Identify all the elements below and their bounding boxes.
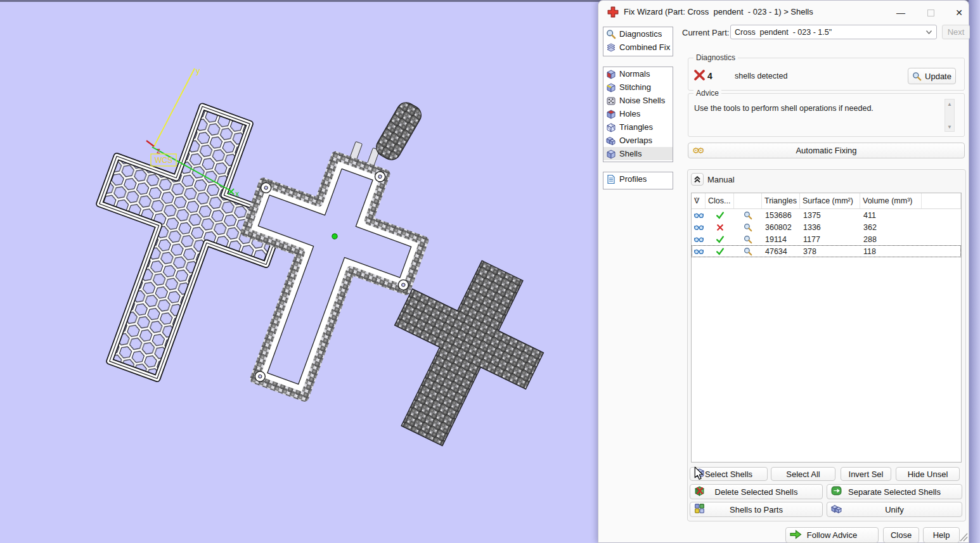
fix-wizard-dialog: Fix Wizard (Part: Cross pendent - 023 - …: [598, 0, 969, 543]
table-row[interactable]: 360802 1336 362: [692, 221, 961, 233]
visible-icon: [694, 212, 704, 219]
axis-x-label: x: [235, 189, 239, 198]
cell-triangles: 19114: [762, 235, 800, 244]
scroll-down-icon[interactable]: ▼: [945, 122, 954, 131]
shells-detected-message: shells detected: [735, 72, 787, 80]
sidebar-item-stitching[interactable]: Stitching: [603, 80, 673, 94]
invert-selection-button[interactable]: Invert Sel: [841, 467, 891, 481]
follow-advice-button[interactable]: Follow Advice: [785, 527, 879, 543]
inspect-icon[interactable]: [744, 247, 752, 256]
cell-surface: 378: [800, 247, 860, 256]
app-window-edge: [969, 0, 980, 543]
current-part-dropdown[interactable]: Cross pendent - 023 - 1.5": [730, 25, 937, 39]
model-bail-tube: [373, 99, 425, 163]
cell-volume: 362: [860, 223, 922, 232]
noise-shells-icon: [606, 96, 616, 106]
collapse-icon: [693, 176, 701, 183]
sidebar-item-normals[interactable]: Normals: [603, 67, 673, 80]
column-triangles[interactable]: Triangles: [762, 193, 800, 208]
current-part-label: Current Part:: [682, 28, 729, 37]
table-header[interactable]: ^ V Clos... Triangles Surface (mm²) Volu…: [692, 193, 961, 209]
overlaps-icon: [606, 136, 616, 146]
closed-icon: [716, 235, 725, 244]
scroll-up-icon[interactable]: ▲: [945, 99, 954, 108]
column-extra: [922, 193, 961, 208]
cursor-icon: [693, 466, 704, 480]
hide-unselected-button[interactable]: Hide Unsel: [896, 467, 960, 481]
column-closed[interactable]: Clos...: [706, 193, 734, 208]
cell-triangles: 360802: [762, 223, 800, 232]
model-scene: y x z WCS: [0, 0, 598, 543]
cell-volume: 118: [860, 247, 922, 256]
inspect-icon[interactable]: [744, 223, 752, 232]
next-button[interactable]: Next: [942, 25, 970, 39]
resize-grip-icon[interactable]: [958, 532, 968, 542]
column-volume[interactable]: Volume (mm³): [860, 193, 922, 208]
column-inspect[interactable]: [734, 193, 762, 208]
sidebar-item-triangles[interactable]: Triangles: [603, 120, 673, 134]
table-row-selected[interactable]: 47634 378 118: [692, 245, 961, 257]
advice-scrollbar[interactable]: ▲ ▼: [945, 99, 955, 132]
table-row[interactable]: 19114 1177 288: [692, 233, 961, 245]
shells-to-parts-icon: [694, 503, 705, 514]
sidebar-item-noise-shells[interactable]: Noise Shells: [603, 94, 673, 107]
manual-label: Manual: [707, 175, 735, 184]
sort-ascending-icon: ^: [695, 192, 698, 207]
inspect-icon[interactable]: [744, 211, 752, 220]
separate-selected-shells-button[interactable]: Separate Selected Shells: [827, 484, 962, 499]
unify-icon: [831, 503, 842, 514]
maximize-icon: [927, 10, 934, 16]
sidebar-item-overlaps[interactable]: Overlaps: [603, 134, 673, 147]
column-visible[interactable]: ^ V: [692, 193, 706, 208]
fix-wizard-icon: [607, 6, 619, 18]
cell-surface: 1177: [800, 235, 860, 244]
diagnostics-icon: [606, 29, 616, 39]
automatic-fixing-button[interactable]: ⚙⚙ Automatic Fixing: [688, 143, 965, 158]
delete-selected-shells-button[interactable]: Delete Selected Shells: [690, 484, 823, 499]
cell-surface: 1336: [800, 223, 860, 232]
cell-triangles: 47634: [762, 247, 800, 256]
manual-collapse-button[interactable]: [691, 173, 704, 186]
profiles-icon: [606, 174, 616, 184]
closed-icon: [716, 247, 725, 256]
table-row[interactable]: 153686 1375 411: [692, 209, 961, 221]
visible-icon: [694, 224, 704, 231]
sidebar-item-holes[interactable]: Holes: [603, 107, 673, 120]
delete-shells-icon: [694, 485, 705, 496]
automatic-fixing-icon: ⚙⚙: [692, 146, 702, 155]
visible-icon: [694, 236, 704, 243]
update-button[interactable]: Update: [908, 68, 956, 84]
advice-group-label: Advice: [693, 89, 721, 98]
minimize-button[interactable]: —: [894, 7, 908, 18]
sidebar-item-diagnostics[interactable]: Diagnostics: [603, 27, 673, 41]
shells-to-parts-button[interactable]: Shells to Parts: [690, 502, 823, 517]
shells-table[interactable]: ^ V Clos... Triangles Surface (mm²) Volu…: [691, 193, 962, 463]
application-window: y x z WCS Fix Wizard (Part: Cross penden…: [0, 0, 980, 543]
select-all-button[interactable]: Select All: [771, 467, 835, 481]
column-surface[interactable]: Surface (mm²): [800, 193, 860, 208]
sidebar-section-diagnostics: Diagnostics Combined Fix: [603, 27, 673, 56]
sidebar-section-tools: Normals Stitching Noise Shells: [603, 67, 673, 162]
help-button[interactable]: Help: [923, 527, 960, 543]
close-window-button[interactable]: ✕: [952, 7, 966, 18]
separate-shells-icon: [831, 485, 842, 496]
not-closed-icon: [716, 224, 724, 231]
holes-icon: [606, 109, 616, 119]
sidebar-item-shells[interactable]: Shells: [603, 147, 673, 160]
error-icon: [693, 69, 706, 81]
shells-detected-count: 4: [707, 71, 712, 81]
close-button[interactable]: Close: [883, 527, 919, 543]
sidebar-item-profiles[interactable]: Profiles: [603, 172, 673, 186]
axis-z-label: z: [157, 146, 160, 155]
unify-button[interactable]: Unify: [827, 502, 962, 517]
axis-y-label: y: [196, 66, 200, 75]
maximize-button[interactable]: [924, 7, 938, 18]
shells-icon: [606, 149, 616, 159]
inspect-icon[interactable]: [744, 235, 752, 244]
wcs-label: WCS: [155, 156, 172, 165]
update-icon: [912, 72, 922, 81]
cell-surface: 1375: [800, 211, 860, 220]
dialog-titlebar[interactable]: Fix Wizard (Part: Cross pendent - 023 - …: [598, 1, 969, 23]
sidebar-item-combined-fix[interactable]: Combined Fix: [603, 41, 673, 54]
3d-viewport[interactable]: y x z WCS: [0, 0, 598, 543]
